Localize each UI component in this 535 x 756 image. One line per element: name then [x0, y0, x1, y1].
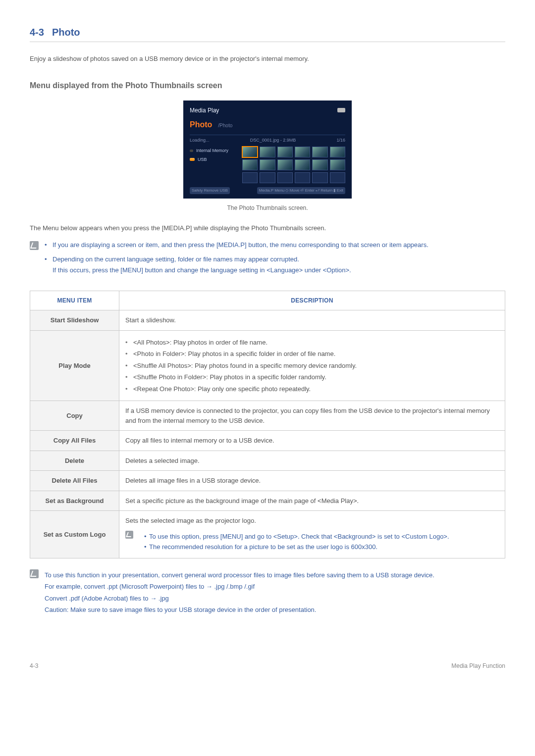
section-heading: 4-3 Photo	[30, 25, 505, 42]
ss-loading-label: Loading...	[190, 137, 210, 144]
table-row: Delete All Files Deletes all image files…	[30, 471, 505, 491]
thumb-empty	[330, 172, 345, 183]
list-item: <Shuffle All Photos>: Play photos found …	[125, 361, 499, 371]
thumb	[277, 147, 293, 157]
table-row: Delete Deletes a selected image.	[30, 451, 505, 471]
set-logo-desc: Sets the selected image as the projector…	[125, 516, 499, 526]
row-desc: <All Photos>: Play photos in order of fi…	[119, 330, 505, 401]
bottom-note-line: For example, convert .ppt (Microsoft Pow…	[45, 582, 434, 592]
section-title: Photo	[52, 25, 80, 40]
usb-plug-icon	[337, 108, 345, 112]
ss-page-indicator: 1/16	[336, 137, 345, 144]
page-footer: 4-3 Media Play Function	[30, 661, 505, 670]
menu-press-text: The Menu below appears when you press th…	[30, 223, 505, 233]
note-list: If you are displaying a screen or item, …	[45, 240, 428, 280]
usb-icon	[190, 158, 195, 161]
row-label: Set as Custom Logo	[30, 511, 119, 558]
bottom-note: To use this function in your presentatio…	[30, 568, 505, 617]
ss-thumb-grid	[242, 147, 345, 183]
ss-side-internal: Internal Memory	[190, 147, 237, 155]
list-item: <Repeat One Photo>: Play only one specif…	[125, 384, 499, 394]
thumb-empty	[260, 172, 275, 183]
footer-left: 4-3	[30, 661, 38, 670]
list-item: <Photo in Folder>: Play photos in a spec…	[125, 349, 499, 359]
list-item: <All Photos>: Play photos in order of fi…	[125, 338, 499, 348]
thumb	[242, 147, 258, 157]
row-desc: Set a specific picture as the background…	[119, 491, 505, 511]
note-icon	[30, 569, 39, 578]
note-icon	[30, 241, 39, 250]
list-item: <Shuffle Photo in Folder>: Play photos i…	[125, 372, 499, 382]
row-desc: Start a slideshow.	[119, 310, 505, 331]
ss-divider	[190, 135, 345, 135]
thumb	[260, 147, 275, 157]
menu-table: MENU ITEM DESCRIPTION Start Slideshow St…	[30, 291, 505, 558]
ss-side-usb: USB	[190, 155, 237, 164]
ss-breadcrumb: /Photo	[218, 122, 232, 129]
table-row: Start Slideshow Start a slideshow.	[30, 310, 505, 331]
note-text: If you are displaying a screen or item, …	[53, 241, 428, 249]
ss-side-usb-label: USB	[198, 156, 207, 163]
thumb	[260, 159, 275, 170]
note-text: Depending on the current language settin…	[53, 255, 299, 263]
thumb	[312, 159, 327, 170]
row-label: Copy	[30, 401, 119, 431]
thumb-empty	[295, 172, 310, 183]
note-item: Depending on the current language settin…	[45, 254, 428, 275]
row-label: Play Mode	[30, 330, 119, 401]
thumb	[330, 147, 345, 157]
row-desc: Deletes a selected image.	[119, 451, 505, 471]
thumb	[295, 147, 310, 157]
subheading: Menu displayed from the Photo Thumbnails…	[30, 80, 505, 92]
row-desc: Sets the selected image as the projector…	[119, 511, 505, 558]
screenshot: Media Play Photo /Photo Loading... DSC_0…	[183, 101, 352, 199]
thumb	[295, 159, 310, 170]
row-label: Set as Background	[30, 491, 119, 511]
bottom-note-line: Caution: Make sure to save image files t…	[45, 605, 434, 615]
screenshot-caption: The Photo Thumbnails screen.	[30, 203, 505, 212]
ss-sidebar: Internal Memory USB	[190, 147, 237, 183]
note-icon	[125, 531, 133, 539]
thumb-empty	[312, 172, 327, 183]
screenshot-wrap: Media Play Photo /Photo Loading... DSC_0…	[30, 101, 505, 199]
footer-right: Media Play Function	[451, 661, 505, 670]
row-label: Delete	[30, 451, 119, 471]
table-row: Copy If a USB memory device is connected…	[30, 401, 505, 431]
table-row: Play Mode <All Photos>: Play photos in o…	[30, 330, 505, 401]
ss-current-file: DSC_0001.jpg - 2.9MB	[250, 137, 296, 144]
bottom-note-line: To use this function in your presentatio…	[45, 570, 434, 580]
intro-text: Enjoy a slideshow of photos saved on a U…	[30, 54, 505, 64]
table-row: Set as Background Set a specific picture…	[30, 491, 505, 511]
row-desc: Copy all files to internal memory or to …	[119, 431, 505, 451]
ss-footer-right: Media.P Menu ◇ Move ⏎ Enter ⮐ Return ▮ E…	[257, 187, 345, 194]
row-label: Start Slideshow	[30, 310, 119, 331]
set-logo-note: To use this option, press [MENU] and go …	[144, 532, 499, 542]
note-item: If you are displaying a screen or item, …	[45, 240, 428, 250]
table-row: Set as Custom Logo Sets the selected ima…	[30, 511, 505, 558]
bottom-note-line: Convert .pdf (Adobe Acrobat) files to → …	[45, 594, 434, 604]
note-block: If you are displaying a screen or item, …	[30, 240, 505, 280]
row-desc: If a USB memory device is connected to t…	[119, 401, 505, 431]
row-label: Copy All Files	[30, 431, 119, 451]
note-text: If this occurs, press the [MENU] button …	[53, 265, 428, 275]
th-menu-item: MENU ITEM	[30, 291, 119, 310]
ss-app-title: Media Play	[190, 106, 219, 115]
table-row: Copy All Files Copy all files to interna…	[30, 431, 505, 451]
set-logo-note: The recommended resolution for a picture…	[144, 542, 499, 552]
ss-side-internal-label: Internal Memory	[196, 148, 228, 154]
th-description: DESCRIPTION	[119, 291, 505, 310]
thumb	[312, 147, 327, 157]
thumb	[277, 159, 293, 170]
play-mode-list: <All Photos>: Play photos in order of fi…	[125, 338, 499, 394]
section-number: 4-3	[30, 25, 44, 40]
row-desc: Deletes all image files in a USB storage…	[119, 471, 505, 491]
device-icon	[190, 150, 193, 152]
ss-tab-photo: Photo	[190, 119, 212, 131]
thumb-empty	[242, 172, 258, 183]
ss-footer-left: Safely Remove USB	[190, 187, 230, 194]
row-label: Delete All Files	[30, 471, 119, 491]
thumb	[330, 159, 345, 170]
thumb-empty	[277, 172, 293, 183]
thumb	[242, 159, 258, 170]
